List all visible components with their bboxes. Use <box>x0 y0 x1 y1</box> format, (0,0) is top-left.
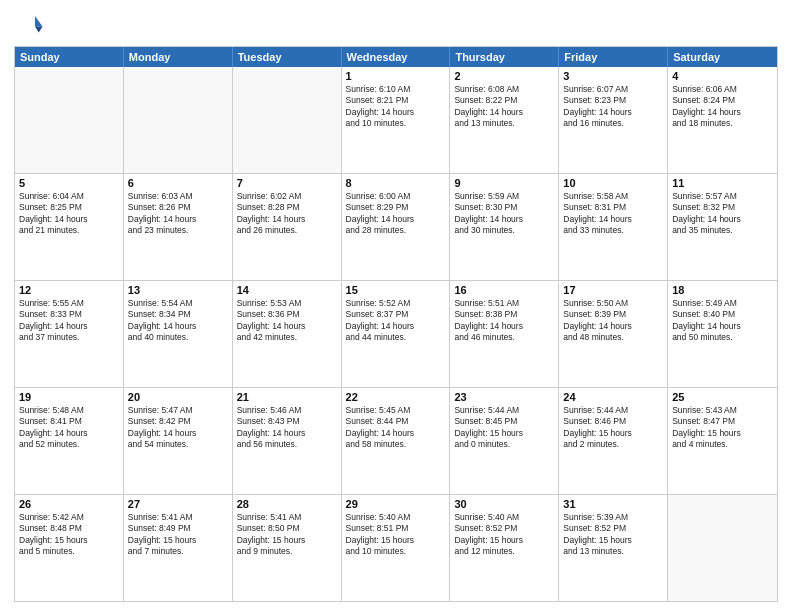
calendar-cell: 4Sunrise: 6:06 AM Sunset: 8:24 PM Daylig… <box>668 67 777 173</box>
calendar-cell: 13Sunrise: 5:54 AM Sunset: 8:34 PM Dayli… <box>124 281 233 387</box>
day-number: 21 <box>237 391 337 403</box>
cell-info-text: Sunrise: 5:41 AM Sunset: 8:49 PM Dayligh… <box>128 512 228 558</box>
calendar-cell: 23Sunrise: 5:44 AM Sunset: 8:45 PM Dayli… <box>450 388 559 494</box>
calendar-cell: 8Sunrise: 6:00 AM Sunset: 8:29 PM Daylig… <box>342 174 451 280</box>
cell-info-text: Sunrise: 5:58 AM Sunset: 8:31 PM Dayligh… <box>563 191 663 237</box>
day-number: 27 <box>128 498 228 510</box>
day-number: 11 <box>672 177 773 189</box>
calendar-cell: 16Sunrise: 5:51 AM Sunset: 8:38 PM Dayli… <box>450 281 559 387</box>
weekday-header-monday: Monday <box>124 47 233 67</box>
day-number: 25 <box>672 391 773 403</box>
day-number: 20 <box>128 391 228 403</box>
day-number: 8 <box>346 177 446 189</box>
calendar-row-5: 26Sunrise: 5:42 AM Sunset: 8:48 PM Dayli… <box>15 494 777 601</box>
day-number: 5 <box>19 177 119 189</box>
calendar-cell: 10Sunrise: 5:58 AM Sunset: 8:31 PM Dayli… <box>559 174 668 280</box>
calendar-row-4: 19Sunrise: 5:48 AM Sunset: 8:41 PM Dayli… <box>15 387 777 494</box>
calendar-cell: 1Sunrise: 6:10 AM Sunset: 8:21 PM Daylig… <box>342 67 451 173</box>
day-number: 4 <box>672 70 773 82</box>
cell-info-text: Sunrise: 6:10 AM Sunset: 8:21 PM Dayligh… <box>346 84 446 130</box>
calendar-cell: 12Sunrise: 5:55 AM Sunset: 8:33 PM Dayli… <box>15 281 124 387</box>
day-number: 9 <box>454 177 554 189</box>
day-number: 10 <box>563 177 663 189</box>
calendar-cell <box>668 495 777 601</box>
day-number: 6 <box>128 177 228 189</box>
cell-info-text: Sunrise: 5:41 AM Sunset: 8:50 PM Dayligh… <box>237 512 337 558</box>
day-number: 17 <box>563 284 663 296</box>
day-number: 23 <box>454 391 554 403</box>
calendar-cell: 5Sunrise: 6:04 AM Sunset: 8:25 PM Daylig… <box>15 174 124 280</box>
calendar-cell: 19Sunrise: 5:48 AM Sunset: 8:41 PM Dayli… <box>15 388 124 494</box>
calendar-cell: 31Sunrise: 5:39 AM Sunset: 8:52 PM Dayli… <box>559 495 668 601</box>
calendar-cell: 25Sunrise: 5:43 AM Sunset: 8:47 PM Dayli… <box>668 388 777 494</box>
calendar-row-2: 5Sunrise: 6:04 AM Sunset: 8:25 PM Daylig… <box>15 173 777 280</box>
calendar-cell: 26Sunrise: 5:42 AM Sunset: 8:48 PM Dayli… <box>15 495 124 601</box>
cell-info-text: Sunrise: 5:40 AM Sunset: 8:51 PM Dayligh… <box>346 512 446 558</box>
cell-info-text: Sunrise: 6:08 AM Sunset: 8:22 PM Dayligh… <box>454 84 554 130</box>
day-number: 26 <box>19 498 119 510</box>
day-number: 1 <box>346 70 446 82</box>
svg-marker-0 <box>35 16 43 27</box>
cell-info-text: Sunrise: 5:53 AM Sunset: 8:36 PM Dayligh… <box>237 298 337 344</box>
day-number: 3 <box>563 70 663 82</box>
cell-info-text: Sunrise: 5:47 AM Sunset: 8:42 PM Dayligh… <box>128 405 228 451</box>
cell-info-text: Sunrise: 5:49 AM Sunset: 8:40 PM Dayligh… <box>672 298 773 344</box>
calendar-cell: 6Sunrise: 6:03 AM Sunset: 8:26 PM Daylig… <box>124 174 233 280</box>
cell-info-text: Sunrise: 6:00 AM Sunset: 8:29 PM Dayligh… <box>346 191 446 237</box>
cell-info-text: Sunrise: 5:48 AM Sunset: 8:41 PM Dayligh… <box>19 405 119 451</box>
cell-info-text: Sunrise: 6:02 AM Sunset: 8:28 PM Dayligh… <box>237 191 337 237</box>
cell-info-text: Sunrise: 5:42 AM Sunset: 8:48 PM Dayligh… <box>19 512 119 558</box>
day-number: 15 <box>346 284 446 296</box>
calendar-cell: 20Sunrise: 5:47 AM Sunset: 8:42 PM Dayli… <box>124 388 233 494</box>
calendar-cell: 7Sunrise: 6:02 AM Sunset: 8:28 PM Daylig… <box>233 174 342 280</box>
calendar-cell: 30Sunrise: 5:40 AM Sunset: 8:52 PM Dayli… <box>450 495 559 601</box>
cell-info-text: Sunrise: 5:40 AM Sunset: 8:52 PM Dayligh… <box>454 512 554 558</box>
cell-info-text: Sunrise: 5:45 AM Sunset: 8:44 PM Dayligh… <box>346 405 446 451</box>
calendar-cell: 28Sunrise: 5:41 AM Sunset: 8:50 PM Dayli… <box>233 495 342 601</box>
cell-info-text: Sunrise: 5:44 AM Sunset: 8:45 PM Dayligh… <box>454 405 554 451</box>
day-number: 16 <box>454 284 554 296</box>
logo <box>14 10 48 40</box>
weekday-header-thursday: Thursday <box>450 47 559 67</box>
calendar-cell: 2Sunrise: 6:08 AM Sunset: 8:22 PM Daylig… <box>450 67 559 173</box>
weekday-header-sunday: Sunday <box>15 47 124 67</box>
day-number: 30 <box>454 498 554 510</box>
cell-info-text: Sunrise: 6:03 AM Sunset: 8:26 PM Dayligh… <box>128 191 228 237</box>
calendar-cell <box>233 67 342 173</box>
svg-marker-1 <box>35 27 43 33</box>
calendar-cell: 3Sunrise: 6:07 AM Sunset: 8:23 PM Daylig… <box>559 67 668 173</box>
day-number: 22 <box>346 391 446 403</box>
cell-info-text: Sunrise: 5:55 AM Sunset: 8:33 PM Dayligh… <box>19 298 119 344</box>
calendar-row-3: 12Sunrise: 5:55 AM Sunset: 8:33 PM Dayli… <box>15 280 777 387</box>
logo-icon <box>14 10 44 40</box>
calendar-cell <box>124 67 233 173</box>
calendar-cell: 29Sunrise: 5:40 AM Sunset: 8:51 PM Dayli… <box>342 495 451 601</box>
calendar-cell: 24Sunrise: 5:44 AM Sunset: 8:46 PM Dayli… <box>559 388 668 494</box>
calendar-cell: 21Sunrise: 5:46 AM Sunset: 8:43 PM Dayli… <box>233 388 342 494</box>
day-number: 12 <box>19 284 119 296</box>
day-number: 18 <box>672 284 773 296</box>
calendar-body: 1Sunrise: 6:10 AM Sunset: 8:21 PM Daylig… <box>15 67 777 601</box>
cell-info-text: Sunrise: 5:46 AM Sunset: 8:43 PM Dayligh… <box>237 405 337 451</box>
weekday-header-tuesday: Tuesday <box>233 47 342 67</box>
cell-info-text: Sunrise: 5:54 AM Sunset: 8:34 PM Dayligh… <box>128 298 228 344</box>
cell-info-text: Sunrise: 6:06 AM Sunset: 8:24 PM Dayligh… <box>672 84 773 130</box>
day-number: 13 <box>128 284 228 296</box>
day-number: 31 <box>563 498 663 510</box>
day-number: 19 <box>19 391 119 403</box>
cell-info-text: Sunrise: 5:39 AM Sunset: 8:52 PM Dayligh… <box>563 512 663 558</box>
calendar-cell <box>15 67 124 173</box>
cell-info-text: Sunrise: 5:51 AM Sunset: 8:38 PM Dayligh… <box>454 298 554 344</box>
day-number: 24 <box>563 391 663 403</box>
header <box>14 10 778 40</box>
calendar-cell: 11Sunrise: 5:57 AM Sunset: 8:32 PM Dayli… <box>668 174 777 280</box>
cell-info-text: Sunrise: 5:59 AM Sunset: 8:30 PM Dayligh… <box>454 191 554 237</box>
calendar-cell: 17Sunrise: 5:50 AM Sunset: 8:39 PM Dayli… <box>559 281 668 387</box>
calendar-header: SundayMondayTuesdayWednesdayThursdayFrid… <box>15 47 777 67</box>
day-number: 29 <box>346 498 446 510</box>
day-number: 28 <box>237 498 337 510</box>
day-number: 14 <box>237 284 337 296</box>
page: SundayMondayTuesdayWednesdayThursdayFrid… <box>0 0 792 612</box>
calendar-cell: 27Sunrise: 5:41 AM Sunset: 8:49 PM Dayli… <box>124 495 233 601</box>
cell-info-text: Sunrise: 5:43 AM Sunset: 8:47 PM Dayligh… <box>672 405 773 451</box>
